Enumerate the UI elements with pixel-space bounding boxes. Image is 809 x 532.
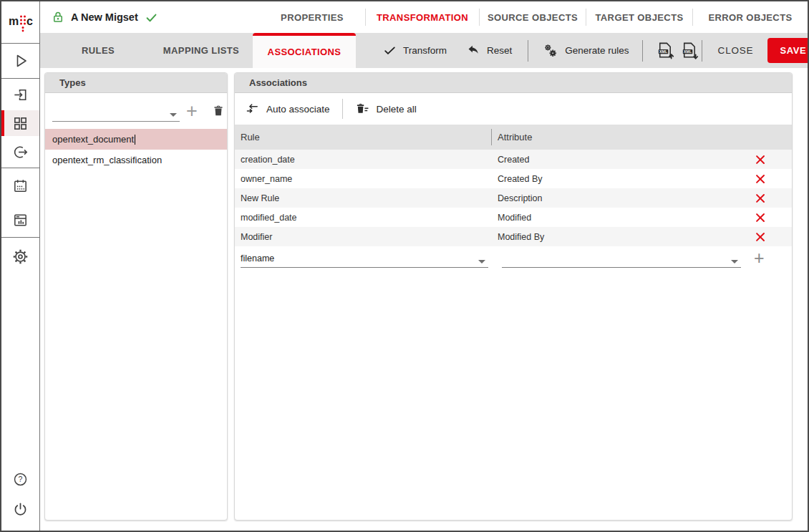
delete-association-button[interactable] xyxy=(755,173,766,184)
app-window: m c xyxy=(0,0,809,532)
help-icon: ? xyxy=(12,471,29,488)
association-row[interactable]: Modifier Modified By xyxy=(235,227,792,246)
toolbar-actions: Transform Reset Generate rules XML xyxy=(383,33,809,68)
top-header: A New Migset PROPERTIES TRANSFORMATION S… xyxy=(40,1,808,33)
new-attribute-select[interactable] xyxy=(502,251,741,268)
toolbar-divider xyxy=(702,40,702,62)
sidebar-item-export[interactable] xyxy=(1,136,39,168)
tab-transformation[interactable]: TRANSFORMATION xyxy=(366,12,479,23)
association-row[interactable]: modified_date Modified xyxy=(235,208,792,227)
export-icon xyxy=(12,144,29,160)
trash-icon xyxy=(212,104,225,117)
delete-association-button[interactable] xyxy=(755,154,766,165)
association-row[interactable]: owner_name Created By xyxy=(235,169,792,188)
association-row[interactable]: creation_date Created xyxy=(235,150,792,169)
svg-text:XML: XML xyxy=(684,49,692,54)
new-rule-select[interactable]: filename xyxy=(241,251,488,268)
tab-mapping-lists[interactable]: MAPPING LISTS xyxy=(150,33,253,68)
associations-panel-title: Associations xyxy=(249,77,307,88)
tab-source-objects[interactable]: SOURCE OBJECTS xyxy=(480,12,586,23)
chevron-down-icon xyxy=(170,113,177,117)
sidebar-item-help[interactable]: ? xyxy=(1,463,39,495)
save-button[interactable]: SAVE xyxy=(767,38,809,63)
lock-icon xyxy=(52,11,64,24)
sidebar-item-logout[interactable] xyxy=(1,495,39,531)
mc-logo-icon: m c xyxy=(6,8,35,37)
type-label: opentext_document xyxy=(52,134,134,145)
association-row[interactable]: New Rule Description xyxy=(235,188,792,208)
attribute-cell: Description xyxy=(498,193,543,203)
import-xml-button[interactable]: XML xyxy=(653,42,677,60)
migset-title: A New Migset xyxy=(71,11,138,23)
svg-text:?: ? xyxy=(19,475,23,483)
sidebar-section-system: ? xyxy=(1,238,39,531)
type-label: opentext_rm_classification xyxy=(52,155,162,165)
types-panel-header: Types xyxy=(45,73,227,93)
chevron-down-icon xyxy=(731,260,738,263)
associations-panel-header: Associations xyxy=(235,73,792,93)
valid-check-icon xyxy=(145,11,158,24)
column-divider xyxy=(491,129,492,145)
associations-panel: Associations Auto associate Delete all R… xyxy=(234,72,793,521)
sidebar-item-import[interactable] xyxy=(1,79,39,110)
sidebar-item-settings[interactable] xyxy=(1,238,39,275)
generate-rules-button[interactable]: Generate rules xyxy=(543,43,629,59)
associate-arrows-icon xyxy=(245,102,260,116)
tab-error-objects[interactable]: ERROR OBJECTS xyxy=(693,12,808,23)
associations-toolbar: Auto associate Delete all xyxy=(235,93,792,125)
toolbar-divider xyxy=(642,40,643,62)
type-list-item[interactable]: opentext_document xyxy=(45,129,227,150)
transformation-sub-tabs: RULES MAPPING LISTS ASSOCIATIONS xyxy=(47,33,356,68)
icon-sidebar: m c xyxy=(1,1,40,531)
dashboard-icon xyxy=(12,212,29,228)
tab-target-objects[interactable]: TARGET OBJECTS xyxy=(586,12,692,23)
reset-button[interactable]: Reset xyxy=(467,44,512,57)
svg-text:m: m xyxy=(9,15,19,27)
rule-cell: New Rule xyxy=(235,193,279,203)
sidebar-item-run[interactable] xyxy=(1,44,39,78)
app-logo: m c xyxy=(1,1,39,44)
chevron-down-icon xyxy=(478,260,485,263)
rule-cell: creation_date xyxy=(235,155,295,165)
xml-download-icon: XML xyxy=(679,42,699,60)
main-content: Types + opentext_document opentext_rm_cl… xyxy=(40,68,808,531)
delete-sweep-icon xyxy=(355,102,370,116)
auto-associate-button[interactable]: Auto associate xyxy=(245,102,330,116)
delete-association-button[interactable] xyxy=(755,231,766,242)
tab-properties[interactable]: PROPERTIES xyxy=(259,12,365,23)
svg-text:c: c xyxy=(26,15,33,27)
delete-type-button[interactable] xyxy=(212,104,225,120)
column-header-attribute: Attribute xyxy=(498,132,532,142)
types-panel: Types + opentext_document opentext_rm_cl… xyxy=(44,72,228,521)
sidebar-section-objects xyxy=(1,79,39,168)
add-association-button[interactable]: + xyxy=(754,249,765,267)
tab-associations[interactable]: ASSOCIATIONS xyxy=(253,33,356,68)
column-header-rule: Rule xyxy=(235,132,260,142)
delete-association-button[interactable] xyxy=(755,212,766,223)
associations-table-header: Rule Attribute xyxy=(235,125,792,150)
types-filter-row: + xyxy=(45,93,227,129)
transformation-toolbar: RULES MAPPING LISTS ASSOCIATIONS Transfo… xyxy=(40,33,808,68)
sidebar-item-migsets[interactable] xyxy=(1,110,39,136)
close-button[interactable]: CLOSE xyxy=(718,45,754,56)
add-type-button[interactable]: + xyxy=(186,102,198,121)
gears-icon xyxy=(543,43,558,59)
sidebar-section-monitor xyxy=(1,168,39,238)
type-filter-select[interactable] xyxy=(52,106,180,122)
reply-reset-icon xyxy=(467,44,480,57)
sidebar-item-dashboard[interactable] xyxy=(1,203,39,237)
delete-all-button[interactable]: Delete all xyxy=(355,102,417,116)
delete-association-button[interactable] xyxy=(755,193,766,203)
run-play-icon xyxy=(12,52,29,69)
rule-cell: modified_date xyxy=(235,213,297,223)
transform-button[interactable]: Transform xyxy=(383,44,447,57)
sidebar-section-run xyxy=(1,44,39,79)
toolbar-divider xyxy=(342,99,343,119)
attribute-cell: Created xyxy=(498,155,529,165)
tab-rules[interactable]: RULES xyxy=(47,33,150,68)
types-panel-title: Types xyxy=(59,77,86,88)
type-list-item[interactable]: opentext_rm_classification xyxy=(45,150,227,170)
export-xml-button[interactable]: XML xyxy=(677,42,702,60)
sidebar-item-scheduler[interactable] xyxy=(1,168,39,203)
check-icon xyxy=(383,44,397,57)
